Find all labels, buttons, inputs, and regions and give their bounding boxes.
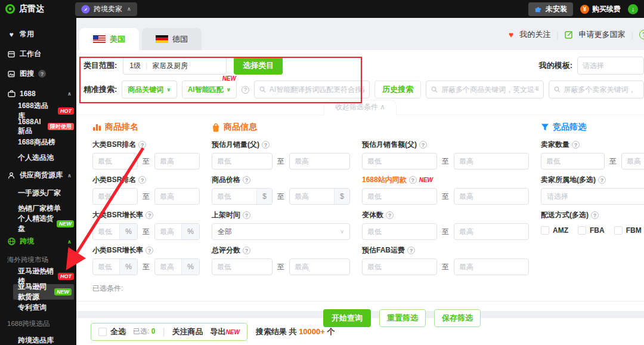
select-category-button[interactable]: 选择类目 bbox=[234, 57, 283, 75]
ai-search-input[interactable] bbox=[270, 85, 365, 94]
sidebar-item-amazon-same-source[interactable]: 亚马逊同款货源 NEW bbox=[13, 284, 74, 300]
min-input[interactable] bbox=[93, 224, 119, 239]
max-input[interactable] bbox=[155, 153, 199, 169]
apply-more-countries-link[interactable]: 申请更多国家 bbox=[579, 29, 626, 40]
ai-match-dropdown[interactable]: AI智能匹配∨ NEW bbox=[182, 81, 237, 98]
sidebar-item-1688-picks[interactable]: 1688选品库 HOT bbox=[0, 103, 76, 119]
sidebar-item-1688-ranking[interactable]: 1688商品榜 bbox=[0, 134, 76, 150]
min-input[interactable] bbox=[212, 259, 272, 275]
sidebar-item-patent-search[interactable]: 专利查询 bbox=[0, 300, 76, 315]
globe-icon bbox=[7, 238, 16, 245]
workspace-label: 跨境卖家 bbox=[94, 4, 122, 14]
question-icon[interactable]: ? bbox=[572, 141, 580, 149]
question-icon[interactable]: ? bbox=[262, 141, 270, 149]
question-icon[interactable]: ? bbox=[598, 176, 606, 184]
sidebar-group-suppliers[interactable]: 供应商货源库 ∧ bbox=[0, 165, 76, 185]
checkbox-fba[interactable]: FBA bbox=[578, 226, 605, 235]
question-icon[interactable]: ? bbox=[138, 141, 146, 149]
puzzle-icon bbox=[534, 5, 542, 13]
min-input[interactable] bbox=[363, 259, 436, 275]
min-input[interactable] bbox=[363, 224, 436, 239]
min-input[interactable] bbox=[541, 153, 604, 169]
sidebar-item-label: 个人精选货盘 bbox=[18, 214, 54, 234]
tab-germany[interactable]: 德国 bbox=[142, 28, 202, 50]
sidebar-item-image-search[interactable]: 图搜 ? bbox=[0, 64, 76, 84]
max-input[interactable] bbox=[155, 259, 181, 275]
question-icon[interactable]: ? bbox=[386, 211, 394, 219]
sidebar-item-favorites[interactable]: ♥ 常用 bbox=[0, 24, 76, 44]
max-input[interactable] bbox=[290, 189, 334, 204]
my-template-label: 我的模板: bbox=[539, 60, 572, 71]
history-search-button[interactable]: 历史搜索 bbox=[374, 81, 421, 98]
renew-button[interactable]: ¥ 购买续费 bbox=[580, 4, 621, 14]
max-input[interactable] bbox=[155, 224, 181, 239]
unit-suffix: % bbox=[119, 259, 137, 275]
sidebar-group-crossborder[interactable]: 跨境 ∧ bbox=[0, 232, 76, 251]
workspace-switcher[interactable]: 跨境卖家 ∧ bbox=[75, 2, 137, 16]
max-input[interactable] bbox=[622, 153, 644, 169]
question-icon[interactable]: ? bbox=[145, 211, 153, 219]
question-icon[interactable]: ? bbox=[419, 141, 427, 149]
listing-time-select[interactable]: 全部∨ bbox=[212, 223, 350, 240]
min-input[interactable] bbox=[363, 153, 436, 169]
checkbox-amz[interactable]: AMZ bbox=[541, 226, 568, 235]
sidebar-item-personal-pool[interactable]: 个人选品池 bbox=[0, 150, 76, 165]
chevron-down-icon: ∨ bbox=[227, 87, 231, 93]
question-icon[interactable]: ? bbox=[242, 86, 249, 94]
divider: | bbox=[145, 61, 147, 70]
sidebar-item-factories[interactable]: 一手源头厂家 bbox=[0, 185, 76, 201]
help-icon[interactable]: ? bbox=[639, 30, 644, 39]
question-icon[interactable]: ? bbox=[145, 247, 153, 254]
reset-filters-button[interactable]: 重置筛选 bbox=[379, 309, 426, 327]
question-icon[interactable]: ? bbox=[243, 176, 250, 184]
question-icon[interactable]: ? bbox=[407, 247, 415, 254]
sidebar-item-workbench[interactable]: 工作台 bbox=[0, 44, 76, 64]
question-icon[interactable]: ? bbox=[591, 211, 599, 219]
sidebar-item-1688-ai-new[interactable]: 1688AI新品 限时使用 bbox=[0, 119, 76, 134]
min-input[interactable] bbox=[93, 189, 137, 204]
not-installed-button[interactable]: 未安装 bbox=[528, 2, 573, 16]
start-query-button[interactable]: 开始查询 bbox=[323, 309, 371, 327]
checkbox-fbm[interactable]: FBM bbox=[614, 226, 642, 235]
max-input[interactable] bbox=[454, 153, 528, 169]
question-icon[interactable]: ? bbox=[243, 247, 250, 254]
sidebar-item-label: 一手源头厂家 bbox=[18, 188, 61, 198]
question-icon[interactable]: ? bbox=[138, 176, 146, 184]
save-filters-button[interactable]: 保存筛选 bbox=[434, 309, 481, 327]
question-icon[interactable]: ? bbox=[243, 211, 250, 219]
sidebar-item-crossborder-picks[interactable]: 跨境选品库 bbox=[0, 332, 76, 345]
category-value-box[interactable]: 1级 | 家居及厨房 bbox=[123, 57, 227, 75]
min-input[interactable] bbox=[93, 153, 137, 169]
max-input[interactable] bbox=[454, 259, 528, 275]
sidebar-item-curated-goods[interactable]: 个人精选货盘 NEW bbox=[0, 216, 76, 232]
field-label: 变体数? bbox=[362, 210, 529, 220]
selected-conditions-label: 已选条件: bbox=[76, 275, 644, 301]
max-input[interactable] bbox=[290, 259, 349, 275]
min-input[interactable] bbox=[363, 189, 436, 204]
block-sellers-input[interactable] bbox=[564, 85, 639, 94]
block-products-input[interactable] bbox=[441, 85, 538, 94]
app-logo[interactable]: 店雷达 bbox=[5, 4, 75, 14]
max-input[interactable] bbox=[454, 224, 528, 239]
seller-location-select[interactable]: 请选择∨ bbox=[541, 188, 644, 205]
field-label: 小类BSR增长率? bbox=[92, 245, 200, 255]
new-badge: NEW bbox=[57, 220, 74, 228]
filter-grid: 商品排名 大类BSR排名? 至 小类BSR排名? 至 大类BSR增长率? %至%… bbox=[76, 115, 644, 275]
my-favorites-link[interactable]: 我的关注 bbox=[519, 29, 550, 40]
template-select[interactable]: 请选择 bbox=[577, 57, 644, 75]
tab-usa[interactable]: 美国 bbox=[79, 28, 139, 50]
min-input[interactable] bbox=[212, 153, 272, 169]
question-icon[interactable]: ? bbox=[38, 70, 46, 78]
max-input[interactable] bbox=[290, 153, 349, 169]
min-input[interactable] bbox=[93, 259, 119, 275]
question-icon[interactable]: ? bbox=[409, 176, 417, 184]
max-input[interactable] bbox=[454, 189, 528, 204]
select-all-checkbox[interactable]: 全选 bbox=[98, 326, 126, 337]
download-icon[interactable]: ↓ bbox=[628, 4, 638, 14]
max-input[interactable] bbox=[155, 189, 199, 204]
block-sellers-box bbox=[549, 81, 644, 98]
sidebar-item-label: 亚马逊同款货源 bbox=[18, 282, 51, 302]
keyword-mode-dropdown[interactable]: 商品关键词∨ bbox=[122, 81, 177, 98]
collapse-filters-button[interactable]: 收起筛选条件 ∧ bbox=[324, 100, 397, 115]
min-input[interactable] bbox=[212, 189, 256, 204]
